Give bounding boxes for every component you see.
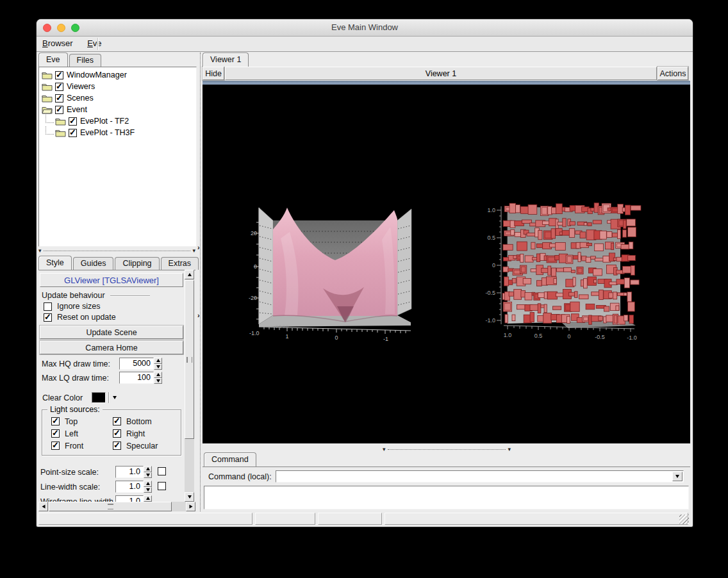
tab-style[interactable]: Style	[38, 256, 72, 270]
hide-button[interactable]: Hide	[203, 67, 224, 80]
light-front-checkbox[interactable]	[51, 442, 60, 450]
collapse-right-icon[interactable]: ›	[197, 244, 200, 251]
viewer-title-bar[interactable]: Viewer 1	[225, 67, 657, 80]
tab-eve[interactable]: Eve	[38, 53, 68, 67]
line-width-spinner[interactable]: 1.0	[115, 481, 152, 493]
tree-checkbox[interactable]	[69, 117, 77, 126]
tree-checkbox[interactable]	[69, 129, 77, 137]
style-panel-scrollbar[interactable]	[185, 270, 194, 502]
reset-on-update-checkbox[interactable]	[44, 313, 52, 322]
ignore-sizes-checkbox[interactable]	[44, 302, 52, 311]
light-specular-checkbox[interactable]	[113, 442, 121, 450]
tree-item-label: EvePlot - TH3F	[80, 128, 135, 137]
tree-item-eveplot-th3f[interactable]: EvePlot - TH3F	[39, 127, 196, 138]
collapse-arrow-icon[interactable]: ▾	[38, 248, 42, 253]
splitter-line	[200, 53, 201, 511]
glviewer-button[interactable]: GLViewer [TGLSAViewer]	[40, 273, 183, 287]
scrollbar-thumb[interactable]	[185, 280, 194, 439]
point-size-spinner[interactable]: 1.0	[115, 466, 152, 478]
spin-up-icon[interactable]	[144, 466, 152, 472]
point-size-value[interactable]: 1.0	[115, 466, 144, 478]
line-width-label: Line-width scale:	[40, 483, 100, 491]
spin-down-icon[interactable]	[144, 472, 152, 479]
scroll-right-icon[interactable]	[186, 502, 195, 511]
actions-button[interactable]: Actions	[658, 67, 688, 80]
command-dropdown-button[interactable]	[672, 472, 682, 481]
max-lq-spinner[interactable]: 100	[119, 372, 162, 384]
tf2-surface-plot[interactable]: 20 0 -20 -1.0 1 0 -1 0.5 0.0	[249, 200, 425, 344]
gl-viewer-canvas[interactable]: 20 0 -20 -1.0 1 0 -1 0.5 0.0	[203, 85, 690, 443]
menu-browser[interactable]: Browser	[37, 37, 79, 51]
tab-viewer-1[interactable]: Viewer 1	[203, 53, 249, 67]
viewer-command-splitter[interactable]: ▾ ▾	[383, 446, 511, 452]
tree-item-event[interactable]: Event	[39, 104, 196, 115]
tree-style-splitter[interactable]: ▾ ▾	[38, 247, 195, 254]
tree-checkbox[interactable]	[55, 71, 63, 79]
light-bottom-row: Bottom	[113, 415, 183, 427]
spin-up-icon[interactable]	[144, 481, 152, 487]
tree-checkbox[interactable]	[55, 94, 63, 103]
spin-down-icon[interactable]	[144, 487, 152, 493]
collapse-right-icon[interactable]: ›	[197, 311, 200, 319]
line-width-value[interactable]: 1.0	[115, 481, 144, 493]
line-width-checkbox[interactable]	[158, 482, 166, 490]
light-top-checkbox[interactable]	[51, 417, 60, 425]
folder-icon	[55, 129, 66, 137]
command-input-value[interactable]	[276, 473, 279, 482]
tab-guides[interactable]: Guides	[73, 257, 114, 270]
tree-checkbox[interactable]	[55, 83, 63, 91]
collapse-arrow-icon[interactable]: ▾	[383, 447, 386, 452]
tab-files[interactable]: Files	[69, 54, 101, 67]
svg-text:0: 0	[567, 333, 570, 340]
spin-up-icon[interactable]	[144, 495, 152, 502]
scroll-left-icon[interactable]	[38, 502, 48, 511]
clear-color-dropdown-button[interactable]	[108, 392, 120, 403]
light-bottom-checkbox[interactable]	[113, 417, 121, 425]
tab-clipping[interactable]: Clipping	[115, 257, 159, 270]
minimize-button[interactable]	[57, 24, 65, 32]
panel-splitter[interactable]: › ›	[197, 53, 203, 511]
update-scene-button[interactable]: Update Scene	[40, 326, 183, 339]
point-size-checkbox[interactable]	[158, 467, 166, 475]
wireframe-spinner[interactable]: 1.0	[115, 495, 152, 502]
th3f-y-tick-labels: 1.0 0.5 0 -0.5 -1.0	[485, 207, 495, 324]
wireframe-value[interactable]: 1.0	[115, 495, 144, 502]
tree-item-scenes[interactable]: Scenes	[39, 92, 196, 104]
spin-down-icon[interactable]	[154, 364, 162, 370]
svg-text:0.5: 0.5	[487, 235, 495, 241]
tab-command[interactable]: Command	[204, 452, 256, 467]
scroll-up-icon[interactable]	[185, 270, 194, 279]
clear-color-swatch[interactable]	[92, 392, 106, 403]
tree-item-eveplot-tf2[interactable]: EvePlot - TF2	[39, 115, 196, 127]
spin-up-icon[interactable]	[154, 372, 162, 378]
tree-checkbox[interactable]	[55, 106, 63, 114]
reset-on-update-row: Reset on update	[44, 313, 116, 322]
zoom-button[interactable]	[71, 24, 79, 32]
th3f-box-plot[interactable]: 1.0 0.5 0 -0.5 -1.0 1.0 0.5 0 -0.5	[478, 200, 650, 344]
menu-eve[interactable]: Eve	[81, 37, 107, 51]
camera-home-button[interactable]: Camera Home	[40, 341, 183, 354]
tree-item-viewers[interactable]: Viewers	[39, 81, 196, 92]
left-panel-hscrollbar[interactable]	[38, 502, 195, 511]
light-left-checkbox[interactable]	[51, 429, 60, 438]
light-specular-row: Specular	[113, 440, 183, 452]
scrollbar-thumb[interactable]	[49, 502, 172, 511]
command-output[interactable]	[204, 486, 689, 509]
light-right-checkbox[interactable]	[113, 429, 121, 438]
spin-up-icon[interactable]	[154, 358, 162, 364]
collapse-arrow-icon[interactable]: ▾	[508, 447, 511, 452]
spin-down-icon[interactable]	[154, 378, 162, 384]
scroll-down-icon[interactable]	[185, 492, 194, 502]
command-input[interactable]	[276, 470, 684, 483]
resize-grip[interactable]	[679, 515, 689, 524]
max-hq-spinner[interactable]: 5000	[119, 358, 162, 370]
max-hq-value[interactable]: 5000	[119, 358, 154, 370]
eve-tree-view: WindowManager Viewers Scenes Event EvePl…	[38, 67, 197, 247]
max-lq-value[interactable]: 100	[119, 372, 154, 384]
tree-item-windowmanager[interactable]: WindowManager	[39, 69, 196, 81]
tab-extras[interactable]: Extras	[161, 257, 199, 270]
light-front-row: Front	[51, 440, 113, 452]
title-bar[interactable]: Eve Main Window	[37, 19, 693, 37]
close-button[interactable]	[43, 24, 51, 32]
collapse-arrow-icon[interactable]: ▾	[192, 248, 195, 253]
